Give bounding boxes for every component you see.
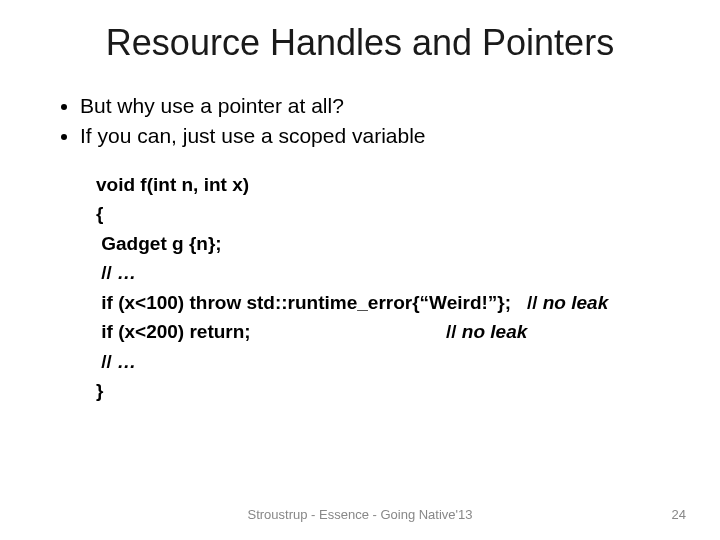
code-comment: …: [117, 351, 136, 372]
code-block: void f(int n, int x) { Gadget g {n}; // …: [96, 170, 660, 406]
code-text: //: [96, 351, 117, 372]
bullet-list: But why use a pointer at all? If you can…: [80, 94, 660, 148]
bullet-item: If you can, just use a scoped variable: [80, 124, 660, 148]
code-comment: no leak: [462, 321, 527, 342]
slide: Resource Handles and Pointers But why us…: [0, 0, 720, 540]
code-text: if (x<100) throw std::runtime_error{“Wei…: [96, 292, 543, 313]
slide-title: Resource Handles and Pointers: [60, 22, 660, 64]
footer-text: Stroustrup - Essence - Going Native'13: [0, 507, 720, 522]
code-line: Gadget g {n};: [96, 229, 660, 258]
code-line: void f(int n, int x): [96, 170, 660, 199]
bullet-item: But why use a pointer at all?: [80, 94, 660, 118]
code-line: // …: [96, 347, 660, 376]
code-line: {: [96, 199, 660, 228]
code-line: if (x<200) return; // no leak: [96, 317, 660, 346]
page-number: 24: [672, 507, 686, 522]
code-text: //: [96, 262, 117, 283]
code-comment: …: [117, 262, 136, 283]
code-line: if (x<100) throw std::runtime_error{“Wei…: [96, 288, 660, 317]
code-line: // …: [96, 258, 660, 287]
code-text: if (x<200) return; //: [96, 321, 462, 342]
code-comment: no leak: [543, 292, 608, 313]
code-line: }: [96, 376, 660, 405]
